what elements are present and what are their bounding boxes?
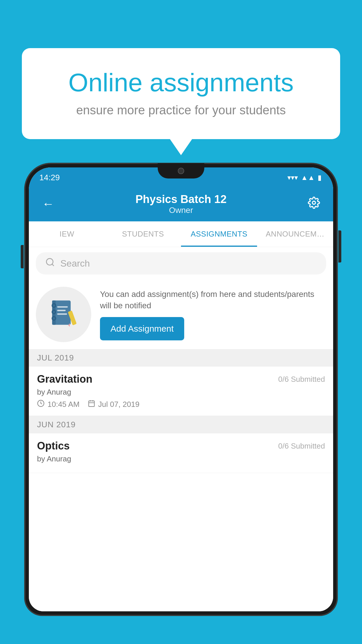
speech-bubble-arrow [170, 139, 192, 155]
app-bar: ← Physics Batch 12 Owner [29, 186, 333, 221]
promo-icon-circle [36, 287, 91, 342]
speech-bubble-title: Online assignments [45, 69, 317, 97]
assignment-submitted-gravitation: 0/6 Submitted [278, 375, 325, 384]
tab-assignments[interactable]: ASSIGNMENTS [181, 221, 257, 247]
tabs-bar: IEW STUDENTS ASSIGNMENTS ANNOUNCEM… [29, 221, 333, 247]
assignment-submitted-optics: 0/6 Submitted [278, 442, 325, 451]
section-header-jun: JUN 2019 [29, 416, 333, 433]
clock-icon [37, 400, 45, 409]
tab-students[interactable]: STUDENTS [105, 221, 181, 247]
svg-rect-6 [57, 310, 66, 311]
assignment-author-gravitation: by Anurag [37, 388, 325, 397]
svg-point-0 [312, 201, 316, 204]
search-icon [45, 257, 55, 270]
assignment-item-gravitation[interactable]: Gravitation 0/6 Submitted by Anurag [29, 367, 333, 416]
speech-bubble-section: Online assignments ensure more practice … [22, 48, 340, 155]
settings-button[interactable] [305, 197, 323, 211]
status-time: 14:29 [39, 173, 60, 182]
app-bar-title-group: Physics Batch 12 Owner [57, 193, 305, 215]
content-area: Search [29, 247, 333, 611]
add-assignment-button[interactable]: Add Assignment [100, 317, 184, 340]
svg-rect-14 [89, 401, 94, 407]
phone-body: 14:29 ▾▾▾ ▲▲ ▮ ← Physics Batch 12 Owner [25, 163, 337, 615]
assignment-date-gravitation: Jul 07, 2019 [88, 400, 140, 409]
wifi-icon: ▾▾▾ [287, 174, 298, 182]
promo-text: You can add assignment(s) from here and … [100, 288, 326, 311]
app-bar-subtitle: Owner [57, 206, 305, 215]
camera [178, 168, 184, 174]
status-icons: ▾▾▾ ▲▲ ▮ [287, 174, 321, 182]
assignment-meta-gravitation: 10:45 AM Jul 07, 201 [37, 400, 325, 409]
tab-announcements[interactable]: ANNOUNCEM… [257, 221, 333, 247]
search-bar[interactable]: Search [36, 252, 326, 274]
app-bar-title: Physics Batch 12 [57, 193, 305, 206]
svg-point-1 [46, 258, 53, 265]
phone-screen: 14:29 ▾▾▾ ▲▲ ▮ ← Physics Batch 12 Owner [29, 167, 333, 611]
section-header-jul: JUL 2019 [29, 349, 333, 367]
speech-bubble-subtitle: ensure more practice for your students [45, 103, 317, 117]
promo-section: You can add assignment(s) from here and … [29, 280, 333, 349]
assignment-author-optics: by Anurag [37, 454, 325, 463]
phone-notch [158, 163, 204, 178]
assignment-title-gravitation: Gravitation [37, 373, 92, 385]
promo-content: You can add assignment(s) from here and … [100, 288, 326, 340]
assignment-time-gravitation: 10:45 AM [37, 400, 80, 409]
assignment-top-row: Gravitation 0/6 Submitted [37, 373, 325, 385]
signal-icon: ▲▲ [301, 174, 315, 182]
svg-line-2 [52, 264, 54, 266]
back-button[interactable]: ← [39, 197, 57, 211]
section-label-jul: JUL 2019 [37, 353, 74, 362]
section-label-jun: JUN 2019 [37, 420, 76, 429]
tab-iew[interactable]: IEW [29, 221, 105, 247]
phone-container: 14:29 ▾▾▾ ▲▲ ▮ ← Physics Batch 12 Owner [25, 163, 337, 644]
svg-rect-5 [57, 306, 68, 308]
battery-icon: ▮ [318, 174, 321, 182]
notebook-icon [49, 298, 78, 330]
assignment-title-optics: Optics [37, 440, 70, 452]
assignment-item-optics[interactable]: Optics 0/6 Submitted by Anurag [29, 433, 333, 473]
assignment-top-row-optics: Optics 0/6 Submitted [37, 440, 325, 452]
speech-bubble: Online assignments ensure more practice … [22, 48, 340, 139]
svg-rect-7 [57, 313, 67, 315]
search-container: Search [29, 247, 333, 280]
calendar-icon [88, 400, 95, 409]
search-placeholder: Search [60, 258, 90, 269]
